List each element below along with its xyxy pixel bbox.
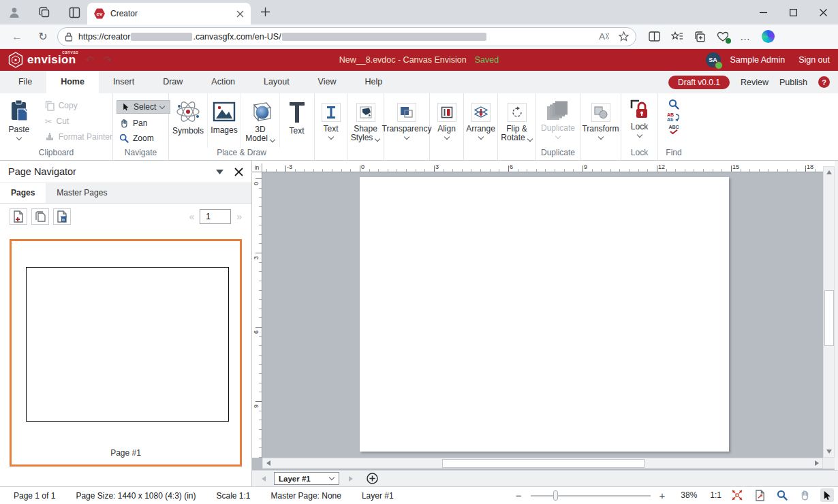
split-screen-icon[interactable] — [649, 31, 660, 42]
vertical-scroll-thumb[interactable] — [824, 290, 834, 346]
help-icon[interactable]: ? — [818, 76, 830, 88]
sign-out-link[interactable]: Sign out — [798, 55, 830, 65]
select-tool-button[interactable]: Select — [117, 100, 170, 114]
zoom-slider[interactable] — [531, 490, 651, 501]
menu-action[interactable]: Action — [197, 71, 249, 93]
align-button[interactable]: Align — [430, 93, 463, 148]
add-layer-button[interactable] — [367, 473, 378, 484]
page-thumbnail[interactable]: Page #1 — [10, 239, 242, 467]
transform-button[interactable]: Transform — [580, 93, 621, 148]
tab-pages[interactable]: Pages — [0, 183, 46, 203]
cut-icon: ✂ — [45, 116, 52, 127]
collections-icon[interactable] — [694, 31, 706, 42]
favorites-icon[interactable] — [671, 31, 683, 42]
menu-file[interactable]: File — [4, 71, 46, 93]
vertical-tabs-icon[interactable] — [65, 3, 83, 21]
window-close-button[interactable] — [808, 0, 838, 25]
find-icon[interactable] — [668, 99, 679, 110]
zoom-in-icon[interactable]: + — [659, 490, 666, 501]
shape-styles-button[interactable]: Shape Styles — [347, 93, 384, 148]
select-tool-status-icon[interactable] — [820, 488, 834, 502]
panel-close-icon[interactable] — [234, 168, 243, 176]
window-minimize-button[interactable] — [748, 0, 778, 25]
model-3d-button[interactable]: 3D Model — [241, 93, 280, 148]
format-painter-button[interactable]: Format Painter — [45, 131, 112, 142]
status-page-size: Page Size: 1440 x 1080 (4:3) (in) — [76, 491, 196, 501]
copy-button[interactable]: Copy — [45, 100, 112, 111]
replace-button[interactable]: AB Ab — [667, 112, 681, 122]
read-aloud-icon[interactable]: A — [599, 31, 609, 42]
fit-to-window-icon[interactable] — [730, 488, 744, 502]
horizontal-scroll-thumb[interactable] — [442, 459, 645, 468]
zoom-tool-status-icon[interactable] — [775, 488, 789, 502]
scroll-right-icon[interactable] — [811, 458, 822, 468]
layer-dropdown[interactable]: Layer #1 — [274, 472, 339, 485]
copilot-icon[interactable] — [762, 30, 775, 43]
favorite-star-icon[interactable] — [619, 31, 629, 42]
menu-layout[interactable]: Layout — [249, 71, 304, 93]
window-maximize-button[interactable] — [778, 0, 808, 25]
lock-button[interactable]: Lock — [621, 93, 657, 148]
paste-button[interactable]: Paste — [0, 93, 38, 148]
refresh-icon[interactable]: ↻ — [33, 30, 53, 43]
scroll-down-icon[interactable] — [824, 446, 834, 457]
flip-rotate-button[interactable]: Flip & Rotate — [498, 93, 536, 148]
text-style-button[interactable]: Text — [315, 93, 347, 148]
zoom-out-icon[interactable]: − — [516, 490, 522, 501]
address-bar[interactable]: https://creator .canvasgfx.com/en-US/ A — [57, 27, 636, 46]
review-button[interactable]: Review — [741, 78, 769, 87]
actual-size-button[interactable]: 1:1 — [710, 490, 721, 500]
symbols-button[interactable]: Symbols — [169, 93, 208, 148]
avatar[interactable]: SA — [706, 52, 721, 67]
transparency-button[interactable]: Transparency — [384, 93, 429, 148]
menu-insert[interactable]: Insert — [99, 71, 149, 93]
tab-stacks-icon[interactable] — [35, 3, 53, 21]
text-insert-button[interactable]: Text — [280, 93, 313, 148]
horizontal-scrollbar[interactable] — [262, 458, 823, 469]
duplicate-page-button[interactable] — [31, 208, 49, 225]
zoom-tool-button[interactable]: Zoom — [117, 133, 170, 144]
undo-icon[interactable]: ↶ — [85, 54, 94, 66]
browser-tab-creator[interactable]: ev Creator — [87, 3, 251, 25]
document-page[interactable] — [360, 177, 729, 452]
text-big-icon — [288, 101, 306, 124]
document-viewport[interactable] — [262, 172, 823, 458]
scroll-left-icon[interactable] — [263, 458, 274, 468]
next-layer-icon[interactable] — [349, 476, 353, 482]
panel-collapse-icon[interactable] — [216, 170, 223, 174]
draft-version-badge[interactable]: Draft v0.0.1 — [668, 76, 730, 89]
pan-tool-status-icon[interactable] — [798, 488, 811, 502]
add-page-button[interactable] — [10, 208, 27, 225]
page-number-input[interactable] — [200, 209, 231, 224]
delete-page-button[interactable] — [53, 208, 71, 225]
new-tab-button[interactable] — [260, 7, 270, 17]
pager-first-icon[interactable]: « — [189, 211, 194, 222]
menu-help[interactable]: Help — [350, 71, 397, 93]
menu-home[interactable]: Home — [46, 71, 99, 93]
fit-page-icon[interactable] — [753, 488, 766, 502]
pager-last-icon[interactable]: » — [236, 211, 242, 222]
zoom-slider-thumb[interactable] — [553, 490, 558, 501]
publish-button[interactable]: Publish — [779, 78, 807, 87]
images-button[interactable]: Images — [208, 93, 241, 148]
prev-layer-icon[interactable] — [262, 476, 266, 482]
arrange-button[interactable]: Arrange — [464, 93, 497, 148]
tab-master-pages[interactable]: Master Pages — [46, 183, 118, 203]
menu-right-cluster: Draft v0.0.1 Review Publish ? — [668, 71, 830, 93]
lock-group-label: Lock — [621, 148, 657, 160]
scroll-up-icon[interactable] — [824, 167, 834, 178]
menu-view[interactable]: View — [304, 71, 351, 93]
spell-check-button[interactable]: ABC — [668, 125, 679, 134]
more-menu-icon[interactable]: … — [740, 31, 751, 42]
profile-icon[interactable] — [5, 3, 23, 21]
cut-button[interactable]: ✂ Cut — [45, 116, 112, 127]
redo-icon[interactable]: ↷ — [104, 54, 112, 66]
duplicate-button[interactable]: Duplicate — [536, 93, 580, 148]
tab-close-icon[interactable] — [236, 10, 244, 18]
navigate-group-label: Navigate — [113, 148, 168, 160]
pan-tool-button[interactable]: Pan — [117, 118, 170, 129]
menu-draw[interactable]: Draw — [149, 71, 197, 93]
back-icon[interactable]: ← — [7, 31, 27, 43]
browser-essentials-icon[interactable] — [717, 31, 729, 42]
vertical-scrollbar[interactable] — [823, 166, 835, 458]
